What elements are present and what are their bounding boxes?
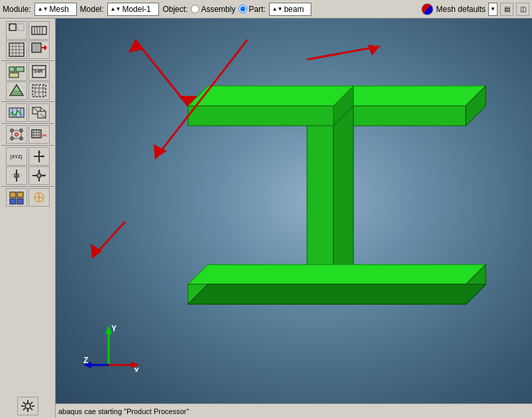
svg-marker-94 [307, 126, 333, 285]
svg-marker-95 [333, 106, 353, 285]
part-spinner-up[interactable]: ▲ [272, 6, 278, 12]
svg-line-106 [307, 46, 380, 60]
svg-rect-5 [17, 24, 24, 30]
ref-point-button[interactable] [28, 188, 50, 207]
model-value: Model-1 [121, 5, 157, 14]
tool-row-3: S4R [1, 62, 54, 81]
mesh-part-button[interactable] [6, 81, 27, 100]
svg-line-90 [23, 408, 25, 410]
partition-button[interactable] [6, 188, 27, 207]
tool-row-1 [1, 21, 54, 40]
svg-rect-24 [9, 73, 19, 78]
separator-1 [1, 60, 54, 61]
svg-line-44 [40, 107, 46, 111]
svg-marker-92 [188, 106, 466, 126]
svg-point-81 [38, 196, 40, 199]
part-spinner-down[interactable]: ▼ [278, 6, 283, 12]
svg-point-71 [37, 174, 41, 178]
svg-text:Y: Y [111, 324, 117, 333]
datum-point-button[interactable] [28, 166, 50, 185]
model-spinner-down[interactable]: ▼ [116, 6, 121, 12]
tool-row-6: ✂ [1, 125, 54, 144]
mesh-scissors-button[interactable]: ✂ [28, 125, 50, 144]
assembly-radio[interactable] [191, 5, 199, 13]
svg-rect-76 [10, 199, 16, 204]
svg-line-88 [30, 408, 32, 410]
separator-4 [1, 145, 54, 146]
separator-3 [1, 123, 54, 124]
mesh-region-button[interactable] [28, 81, 50, 100]
tool-row-settings [1, 397, 54, 415]
xyz-datum-button[interactable]: (XYZ) [6, 147, 27, 166]
delete-mesh-button[interactable] [28, 40, 50, 59]
status-text: abaqus cae starting "Product Processor" [58, 407, 189, 415]
part-value-dropdown[interactable]: ▲ ▼ beam [269, 3, 311, 16]
mesh-defaults-label: Mesh defaults [436, 5, 486, 14]
model-label: Model: [80, 5, 104, 14]
tool-row-4 [1, 81, 54, 100]
module-label: Module: [3, 5, 31, 14]
svg-rect-77 [17, 199, 23, 204]
tool-row-7: (XYZ) [1, 147, 54, 166]
seed-part-button[interactable] [6, 21, 27, 40]
module-spinner-down[interactable]: ▼ [43, 6, 48, 12]
separator-5 [1, 186, 54, 187]
object-label: Object: [162, 5, 187, 14]
datum-plane-button[interactable] [6, 166, 27, 185]
node-edit-button[interactable] [6, 125, 27, 144]
color-swatch-icon [421, 3, 433, 15]
mesh-defaults-area: Mesh defaults ▼ ▤ ◫ [421, 3, 529, 16]
svg-marker-65 [42, 155, 44, 158]
svg-point-50 [15, 133, 18, 136]
svg-point-82 [25, 403, 30, 409]
part-value-text: beam [283, 5, 309, 14]
svg-marker-107 [368, 45, 380, 56]
module-dropdown[interactable]: ▲ ▼ Mesh [34, 3, 77, 16]
svg-marker-100 [188, 284, 486, 304]
svg-line-89 [30, 402, 32, 404]
arrow-toolbar [91, 221, 125, 258]
part-radio-label[interactable]: Part: [239, 5, 265, 14]
svg-text:✂: ✂ [42, 132, 47, 139]
assembly-label-text: Assembly [201, 5, 235, 14]
svg-rect-6 [32, 26, 46, 34]
seed-edge-button[interactable] [28, 21, 50, 40]
svg-rect-18 [32, 43, 41, 52]
verify-mesh-button[interactable] [6, 103, 27, 122]
tool-row-5 [1, 103, 54, 122]
arrow-part [307, 45, 380, 60]
svg-marker-109 [91, 243, 102, 258]
mesh-defaults-dropdown[interactable]: ▼ [488, 3, 498, 16]
elem-type-button[interactable]: S4R [28, 62, 50, 81]
mesh-defaults-action1[interactable]: ▤ [500, 3, 513, 16]
model-spinner-up[interactable]: ▲ [111, 6, 116, 12]
svg-text:Z: Z [83, 356, 88, 365]
status-bar: abaqus cae starting "Product Processor" [56, 403, 532, 418]
mesh-controls-button[interactable] [6, 62, 27, 81]
mesh-part3-button[interactable] [28, 103, 50, 122]
tool-row-9 [1, 188, 54, 207]
tool-row-8 [1, 166, 54, 185]
svg-rect-75 [17, 192, 23, 197]
module-value: Mesh [48, 5, 75, 14]
toolbar: S4R [0, 19, 56, 418]
coordinate-axes: Y Z X [82, 322, 142, 372]
svg-rect-23 [16, 67, 24, 72]
svg-marker-64 [38, 150, 40, 153]
module-spinner-up[interactable]: ▲ [38, 6, 43, 12]
model-dropdown[interactable]: ▲ ▼ Model-1 [107, 3, 160, 16]
seed-face-button[interactable] [6, 40, 27, 59]
viewport[interactable]: Y Z X [56, 19, 532, 418]
svg-marker-72 [38, 170, 40, 172]
separator-2 [1, 101, 54, 102]
tool-row-2 [1, 40, 54, 59]
svg-text:X: X [134, 366, 139, 372]
datum-axis-button[interactable] [28, 147, 50, 166]
svg-marker-73 [43, 174, 46, 177]
svg-rect-74 [10, 192, 16, 197]
assembly-radio-label[interactable]: Assembly [191, 5, 235, 14]
mesh-defaults-action2[interactable]: ◫ [516, 3, 529, 16]
part-radio[interactable] [239, 5, 247, 13]
mesh-defaults-arrow[interactable]: ▼ [490, 6, 496, 12]
settings-button[interactable] [17, 397, 38, 415]
